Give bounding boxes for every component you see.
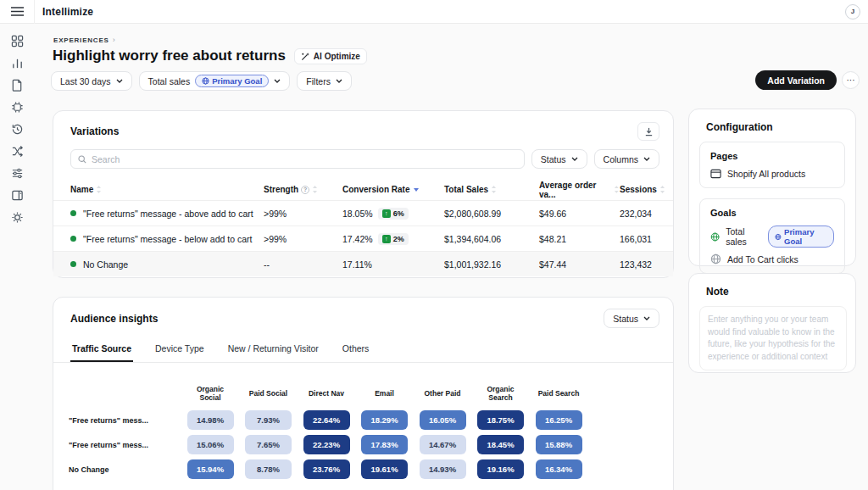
sessions-value: 123,432 <box>620 259 673 270</box>
user-avatar[interactable]: J <box>845 4 860 19</box>
columns-dropdown[interactable]: Columns <box>594 149 659 169</box>
conversion-value: 18.05% <box>342 209 373 219</box>
pages-section: Pages Shopify All products <box>699 142 845 188</box>
heatmap-column-header: Email <box>361 389 408 401</box>
goals-section: Goals Total sales Primary Goal Add To Ca… <box>699 198 845 274</box>
primary-goal-badge: Primary Goal <box>768 226 834 248</box>
heatmap-cell: 23.76% <box>303 459 350 479</box>
status-dot <box>70 210 76 216</box>
ab-test-icon[interactable] <box>7 144 27 158</box>
tab-others[interactable]: Others <box>341 340 371 362</box>
sliders-icon[interactable] <box>7 166 27 180</box>
table-row[interactable]: "Free returns" message - above add to ca… <box>53 200 673 226</box>
table-header-row: Name Strength ? Conversion Rate Total Sa… <box>53 179 673 200</box>
heatmap-cell: 14.98% <box>187 410 234 430</box>
column-header-conversion[interactable]: Conversion Rate <box>342 185 444 194</box>
sort-desc-icon <box>414 188 419 192</box>
primary-goal-label: Primary Goal <box>212 76 262 86</box>
globe-icon <box>710 231 720 242</box>
pages-value: Shopify All products <box>727 169 805 179</box>
download-button[interactable] <box>637 122 659 141</box>
column-header-name[interactable]: Name <box>70 185 264 194</box>
heatmap-row-label: "Free returns" mess... <box>69 416 175 425</box>
heatmap-column-header: Direct Nav <box>303 389 350 401</box>
sessions-value: 232,034 <box>620 209 673 219</box>
sparkle-wand-icon <box>301 52 310 61</box>
variations-title: Variations <box>70 125 119 137</box>
chevron-down-icon <box>274 79 281 83</box>
heatmap-cell: 14.67% <box>420 435 466 454</box>
heatmap-cell: 14.93% <box>420 459 466 479</box>
total-sales-value: $1,001,932.16 <box>444 259 539 270</box>
audience-status-dropdown[interactable]: Status <box>604 309 659 328</box>
history-icon[interactable] <box>7 122 27 136</box>
gear-icon[interactable] <box>7 210 27 224</box>
pages-label: Pages <box>710 151 834 161</box>
menu-icon[interactable] <box>0 0 34 24</box>
tab-new-returning-visitor[interactable]: New / Returning Visitor <box>226 340 320 362</box>
breadcrumb[interactable]: EXPERIENCES › <box>53 36 116 44</box>
column-header-sessions[interactable]: Sessions <box>620 185 673 194</box>
primary-goal-row[interactable]: Total sales Primary Goal <box>710 226 834 248</box>
tab-device-type[interactable]: Device Type <box>153 340 206 362</box>
dashboard-icon[interactable] <box>7 34 27 47</box>
add-variation-button[interactable]: Add Variation <box>755 70 837 90</box>
column-header-total-sales[interactable]: Total Sales <box>444 185 539 194</box>
status-dropdown[interactable]: Status <box>531 149 587 169</box>
secondary-goal-row[interactable]: Add To Cart clicks <box>710 253 834 264</box>
heatmap-cell: 22.64% <box>303 410 350 430</box>
header-actions: Add Variation ··· <box>755 70 860 90</box>
sort-icon <box>614 186 620 193</box>
pages-icon[interactable] <box>7 78 27 92</box>
audience-insights-card: Audience insights Status Traffic Source … <box>53 297 674 490</box>
chevron-down-icon <box>116 79 123 83</box>
search-box[interactable] <box>70 149 525 169</box>
goals-label: Goals <box>710 208 834 218</box>
goal-dropdown[interactable]: Total sales Primary Goal <box>139 71 291 91</box>
note-textarea[interactable] <box>699 306 847 370</box>
tab-traffic-source[interactable]: Traffic Source <box>70 340 133 362</box>
breadcrumb-chevron: › <box>113 36 116 44</box>
column-header-aov[interactable]: Average order va... <box>539 181 620 199</box>
report-icon[interactable] <box>7 188 27 202</box>
lift-badge: ↑2% <box>378 233 409 245</box>
chevron-down-icon <box>571 157 578 161</box>
filters-label: Filters <box>306 76 331 86</box>
aov-value: $49.66 <box>539 209 620 219</box>
top-bar: Intellimize J <box>0 0 868 24</box>
column-header-strength[interactable]: Strength ? <box>264 185 342 194</box>
variations-toolbar: Status Columns <box>53 148 673 169</box>
help-icon[interactable]: ? <box>301 186 309 194</box>
more-options-button[interactable]: ··· <box>842 71 860 89</box>
heatmap-cell: 8.78% <box>245 459 292 479</box>
variation-name: No Change <box>83 259 128 270</box>
app-logo[interactable]: Intellimize <box>34 0 93 24</box>
primary-goal-badge: Primary Goal <box>195 75 269 87</box>
heatmap-column-header: Paid Search <box>536 389 582 401</box>
table-row[interactable]: No Change -- 17.11% $1,001,932.16 $47.44… <box>53 251 673 276</box>
search-input[interactable] <box>92 154 517 164</box>
primary-goal-name: Total sales <box>726 226 762 247</box>
configuration-panel: Configuration Pages Shopify All products… <box>688 109 856 266</box>
audience-tabs: Traffic Source Device Type New / Returni… <box>53 335 673 363</box>
page-title: Highlight worry free about returns <box>53 47 286 64</box>
globe-icon <box>710 253 721 264</box>
status-dot <box>70 236 76 242</box>
conversion-value: 17.42% <box>342 234 373 244</box>
browser-icon <box>710 169 721 179</box>
pages-value-row[interactable]: Shopify All products <box>710 169 834 179</box>
date-range-dropdown[interactable]: Last 30 days <box>51 71 132 91</box>
globe-icon <box>775 233 782 241</box>
date-range-label: Last 30 days <box>60 76 111 86</box>
audience-title: Audience insights <box>70 313 158 325</box>
ai-chip-icon[interactable] <box>7 100 27 114</box>
total-sales-value: $1,394,604.06 <box>444 234 539 244</box>
filters-dropdown[interactable]: Filters <box>297 71 352 91</box>
configuration-title: Configuration <box>706 121 855 133</box>
lift-up-icon: ↑ <box>382 209 391 218</box>
analytics-icon[interactable] <box>7 56 27 70</box>
table-row[interactable]: "Free returns" message - below add to ca… <box>53 226 673 251</box>
note-title: Note <box>706 286 855 298</box>
audience-status-label: Status <box>613 314 638 324</box>
sort-icon <box>491 186 497 193</box>
